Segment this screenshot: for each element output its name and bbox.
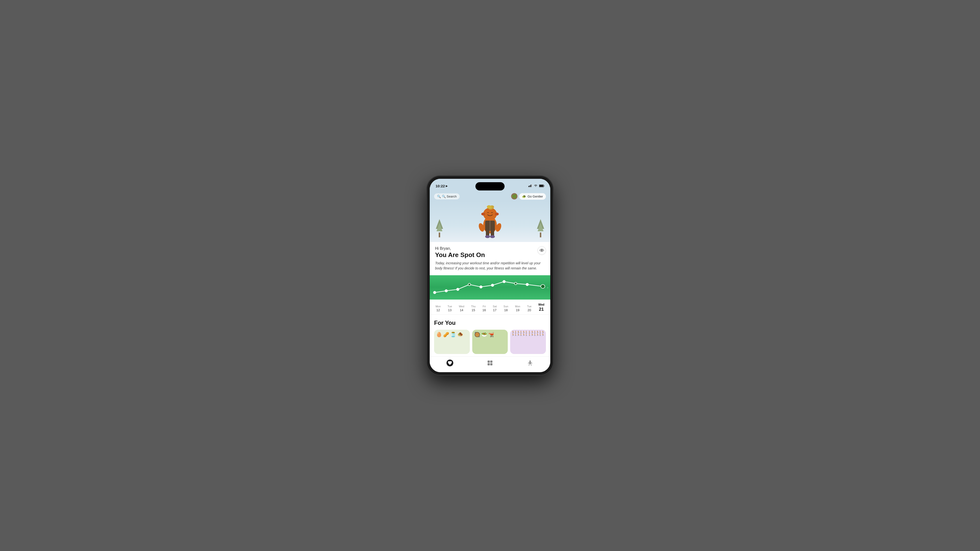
- calendar-day-wed14[interactable]: Wed 14: [459, 305, 464, 312]
- battery-icon: [539, 184, 544, 187]
- fitness-chart: [432, 279, 548, 296]
- food-icons-1: 🥚 🥜 🫙 🧆: [434, 330, 470, 340]
- tree-left: [434, 218, 444, 238]
- chart-section: ›: [430, 275, 550, 300]
- visibility-button[interactable]: [538, 246, 546, 255]
- greeting-title: You Are Spot On: [435, 251, 545, 259]
- calendar-day-tue13[interactable]: Tue 13: [447, 305, 452, 312]
- calendar-days: Mon 12 Tue 13 Wed 14 Thu 15: [432, 303, 548, 312]
- health-tab-icon: [447, 360, 453, 366]
- character: [477, 203, 503, 240]
- status-icons: [528, 184, 544, 188]
- for-you-title: For You: [434, 319, 546, 326]
- signal-icon: [528, 184, 532, 188]
- svg-rect-23: [540, 232, 541, 237]
- svg-rect-2: [531, 185, 531, 187]
- svg-point-36: [526, 283, 528, 286]
- scene: 10:22 ▶ 🔍 🔍 Search: [427, 176, 553, 375]
- tree-right: [536, 218, 546, 238]
- summary-tab-icon: [487, 360, 493, 366]
- calendar-day-mon12[interactable]: Mon 12: [436, 305, 441, 312]
- for-you-section: For You 🥚 🥜 🫙 🧆 🥘: [430, 314, 550, 356]
- scroll-indicator: ›: [547, 286, 548, 289]
- calendar-day-thu15[interactable]: Thu 15: [471, 305, 476, 312]
- search-icon: 🔍: [437, 195, 441, 198]
- activity-tab-icon: [527, 360, 533, 366]
- svg-point-31: [468, 283, 471, 286]
- search-button[interactable]: 🔍 🔍 Search: [434, 194, 460, 200]
- phone-screen: 10:22 ▶ 🔍 🔍 Search: [430, 179, 550, 372]
- greeting-body: Today, increasing your workout time and/…: [435, 261, 545, 271]
- status-time: 10:22 ▶: [436, 184, 448, 188]
- svg-rect-1: [530, 185, 530, 187]
- svg-point-12: [495, 213, 499, 216]
- svg-point-27: [541, 250, 542, 251]
- svg-point-29: [445, 290, 447, 292]
- eye-icon: [539, 249, 544, 252]
- svg-point-19: [485, 235, 490, 238]
- calendar-day-wed21[interactable]: Wed 21: [538, 303, 544, 312]
- calendar-day-sun18[interactable]: Sun 18: [504, 305, 509, 312]
- time-display: 10:22: [436, 184, 445, 188]
- svg-rect-40: [488, 363, 490, 365]
- hero-area: [430, 201, 550, 242]
- scroll-content[interactable]: Hi Bryan, You Are Spot On Today, increas…: [430, 242, 550, 356]
- calendar-day-fri16[interactable]: Fri 16: [482, 305, 486, 312]
- tab-summary[interactable]: [483, 359, 497, 367]
- svg-rect-5: [539, 185, 543, 187]
- calendar-day-tue20[interactable]: Tue 20: [527, 305, 531, 312]
- food-card-1[interactable]: 🥚 🥜 🫙 🧆: [434, 330, 470, 354]
- svg-rect-41: [490, 363, 492, 365]
- avatar[interactable]: 🌿: [511, 193, 518, 200]
- search-label: 🔍 Search: [442, 195, 457, 198]
- top-nav: 🔍 🔍 Search 🌿 🐢 Go Gentler: [430, 191, 550, 201]
- activity-card[interactable]: 🏃🚶🏃🚶🏃🚶 🚶🏃🚶🏃🚶🏃 🏃🚶🏃🚶🏃🚶 🚶🏃🚶🏃🚶🏃: [510, 330, 546, 354]
- greeting-section: Hi Bryan, You Are Spot On Today, increas…: [430, 242, 550, 273]
- svg-rect-38: [488, 360, 490, 363]
- calendar-day-sat17[interactable]: Sat 17: [493, 305, 497, 312]
- calendar-day-mon19[interactable]: Mon 19: [515, 305, 520, 312]
- activity-pattern: 🏃🚶🏃🚶🏃🚶 🚶🏃🚶🏃🚶🏃 🏃🚶🏃🚶🏃🚶 🚶🏃🚶🏃🚶🏃: [510, 330, 546, 354]
- tab-health[interactable]: [442, 359, 457, 367]
- svg-point-33: [491, 284, 494, 286]
- svg-point-10: [483, 208, 497, 220]
- svg-point-11: [481, 213, 485, 216]
- svg-rect-3: [532, 184, 533, 187]
- svg-point-30: [457, 288, 459, 291]
- svg-point-35: [514, 282, 517, 285]
- svg-rect-39: [490, 360, 492, 363]
- greeting-hi: Hi Bryan,: [435, 246, 545, 251]
- svg-rect-6: [439, 232, 440, 237]
- svg-rect-0: [528, 186, 529, 187]
- svg-point-32: [480, 286, 482, 288]
- go-gentler-label: Go Gentler: [527, 195, 543, 198]
- food-card-2[interactable]: 🥘 🥗 🫕: [472, 330, 508, 354]
- svg-point-20: [490, 235, 495, 238]
- svg-point-34: [503, 280, 505, 283]
- calendar-section: Mon 12 Tue 13 Wed 14 Thu 15: [430, 300, 550, 314]
- svg-point-28: [433, 291, 436, 294]
- go-gentler-icon: 🐢: [522, 195, 526, 198]
- go-gentler-button[interactable]: 🐢 Go Gentler: [519, 193, 546, 200]
- location-icon: ▶: [446, 185, 448, 187]
- cards-row: 🥚 🥜 🫙 🧆 🥘 🥗 🫕: [434, 330, 546, 354]
- food-icons-2: 🥘 🥗 🫕: [472, 330, 508, 340]
- dynamic-island: [476, 182, 504, 191]
- tab-bar: [430, 356, 550, 372]
- svg-point-37: [541, 284, 545, 288]
- tab-activity[interactable]: [523, 359, 538, 367]
- wifi-icon: [534, 184, 538, 188]
- svg-point-42: [530, 360, 531, 362]
